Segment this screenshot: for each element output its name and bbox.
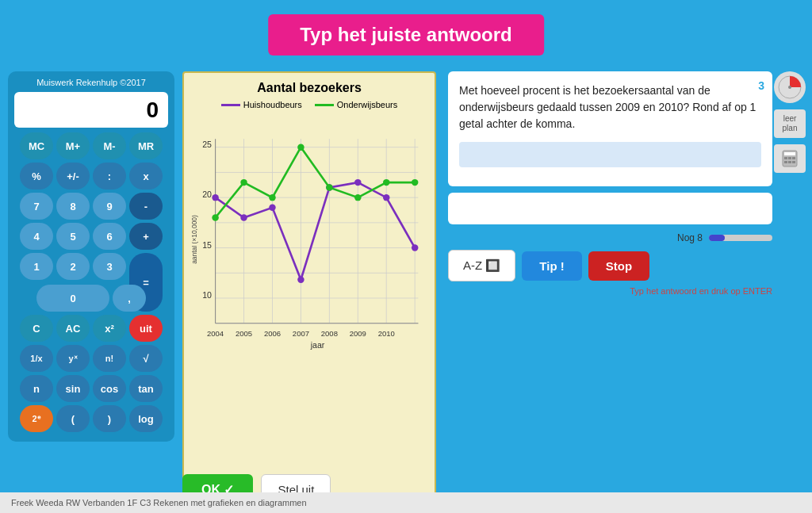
svg-point-31 bbox=[269, 194, 275, 201]
calc-9[interactable]: 9 bbox=[93, 193, 126, 220]
main-area: Muiswerk Rekenhulp ©2017 0 MC M+ M- MR %… bbox=[0, 63, 812, 513]
svg-text:25: 25 bbox=[202, 140, 212, 149]
svg-text:20: 20 bbox=[202, 190, 212, 199]
calc-uit[interactable]: uit bbox=[129, 315, 163, 342]
calc-brand: Muiswerk Rekenhulp ©2017 bbox=[14, 78, 168, 87]
svg-point-24 bbox=[297, 277, 304, 283]
calc-display: 0 bbox=[14, 92, 168, 128]
calc-mr[interactable]: MR bbox=[129, 132, 163, 159]
svg-text:2010: 2010 bbox=[378, 329, 395, 338]
calc-reciprocal[interactable]: 1/x bbox=[20, 345, 53, 372]
right-panel: 3 Met hoeveel procent is het bezoekersaa… bbox=[448, 71, 772, 505]
svg-rect-51 bbox=[788, 157, 791, 159]
calc-3[interactable]: 3 bbox=[93, 253, 126, 280]
svg-rect-49 bbox=[784, 152, 795, 155]
calculator-panel: Muiswerk Rekenhulp ©2017 0 MC M+ M- MR %… bbox=[8, 71, 174, 442]
chart-svg: 25 20 15 10 aantal (×10,000) bbox=[192, 113, 427, 366]
calc-mc[interactable]: MC bbox=[20, 132, 53, 159]
calc-row-adv1: 1/x yˣ n! √ bbox=[14, 345, 168, 372]
svg-point-23 bbox=[269, 205, 275, 211]
calc-power[interactable]: yˣ bbox=[56, 345, 90, 372]
calc-percent[interactable]: % bbox=[20, 163, 53, 190]
calc-factorial[interactable]: n! bbox=[93, 345, 126, 372]
svg-text:15: 15 bbox=[202, 240, 212, 250]
legend-onderwijsbeurs-line bbox=[315, 104, 334, 106]
calc-lparen[interactable]: ( bbox=[56, 405, 90, 432]
stop-button[interactable]: Stop bbox=[588, 251, 649, 281]
chart-panel: Aantal bezoekers Huishoudbeurs Onderwijs… bbox=[182, 71, 436, 505]
calc-square[interactable]: x² bbox=[93, 315, 126, 342]
footer: Freek Weeda RW Verbanden 1F C3 Rekenen m… bbox=[0, 492, 812, 513]
calc-2e[interactable]: 2ᵉ bbox=[20, 405, 53, 432]
calc-0[interactable]: 0 bbox=[36, 285, 109, 312]
calc-row-adv2: 2ᵉ ( ) log bbox=[14, 405, 168, 432]
calc-tan[interactable]: tan bbox=[129, 375, 163, 402]
calc-mplus[interactable]: M+ bbox=[56, 132, 90, 159]
svg-text:2005: 2005 bbox=[236, 329, 252, 338]
svg-point-21 bbox=[212, 194, 218, 201]
svg-rect-54 bbox=[788, 161, 791, 163]
legend-onderwijsbeurs: Onderwijsbeurs bbox=[315, 100, 397, 109]
footer-text: Freek Weeda RW Verbanden 1F C3 Rekenen m… bbox=[11, 498, 307, 507]
calc-multiply[interactable]: x bbox=[129, 163, 163, 190]
calc-comma[interactable]: , bbox=[113, 285, 146, 312]
legend-onderwijsbeurs-label: Onderwijsbeurs bbox=[337, 100, 397, 109]
svg-point-30 bbox=[240, 179, 247, 186]
chart-legend: Huishoudbeurs Onderwijsbeurs bbox=[192, 100, 427, 109]
calc-sqrt[interactable]: √ bbox=[129, 345, 163, 372]
svg-text:2007: 2007 bbox=[293, 329, 309, 338]
hint-text: Typ het antwoord en druk op ENTER bbox=[448, 286, 772, 296]
nog-label: Nog 8 bbox=[677, 232, 703, 243]
calc-row-ops: % +/- : x bbox=[14, 163, 168, 190]
leerplan-icon[interactable]: leerplan bbox=[774, 109, 806, 138]
calc-divide[interactable]: : bbox=[93, 163, 126, 190]
calc-7[interactable]: 7 bbox=[20, 193, 53, 220]
calc-n[interactable]: n bbox=[20, 375, 53, 402]
svg-point-34 bbox=[354, 194, 361, 201]
calc-minus[interactable]: - bbox=[129, 193, 163, 220]
calc-mminus[interactable]: M- bbox=[93, 132, 126, 159]
question-text: Met hoeveel procent is het bezoekersaant… bbox=[459, 84, 756, 130]
calc-sin[interactable]: sin bbox=[56, 375, 90, 402]
svg-point-29 bbox=[212, 214, 218, 220]
calc-c[interactable]: C bbox=[20, 315, 53, 342]
svg-text:10: 10 bbox=[202, 290, 212, 300]
svg-point-22 bbox=[240, 214, 247, 220]
svg-point-32 bbox=[297, 144, 304, 150]
calc-8[interactable]: 8 bbox=[56, 193, 90, 220]
svg-text:2004: 2004 bbox=[207, 329, 224, 338]
svg-point-36 bbox=[412, 179, 418, 186]
svg-text:2006: 2006 bbox=[264, 329, 281, 338]
svg-rect-50 bbox=[784, 157, 787, 159]
calc-6[interactable]: 6 bbox=[93, 223, 126, 250]
timer-icon[interactable] bbox=[774, 71, 806, 103]
calc-row-789: 7 8 9 - bbox=[14, 193, 168, 220]
right-action-buttons: A-Z 🔲 Tip ! Stop bbox=[448, 250, 772, 281]
calc-log[interactable]: log bbox=[129, 405, 163, 432]
calc-side-icon[interactable] bbox=[774, 144, 806, 173]
svg-point-28 bbox=[412, 244, 418, 251]
calc-plus[interactable]: + bbox=[129, 223, 163, 250]
legend-huishoudbeurs-label: Huishoudbeurs bbox=[243, 100, 302, 109]
progress-row: Nog 8 bbox=[448, 232, 772, 243]
score-box bbox=[448, 193, 772, 224]
legend-huishoudbeurs-line bbox=[221, 104, 240, 106]
calc-row-memory: MC M+ M- MR bbox=[14, 132, 168, 159]
calc-1[interactable]: 1 bbox=[20, 253, 53, 280]
calc-5[interactable]: 5 bbox=[56, 223, 90, 250]
calc-rparen[interactable]: ) bbox=[93, 405, 126, 432]
calc-ac[interactable]: AC bbox=[56, 315, 90, 342]
answer-input[interactable] bbox=[459, 142, 761, 167]
svg-text:2008: 2008 bbox=[321, 329, 338, 338]
calc-cos[interactable]: cos bbox=[93, 375, 126, 402]
svg-text:2009: 2009 bbox=[350, 329, 366, 338]
question-box: 3 Met hoeveel procent is het bezoekersaa… bbox=[448, 71, 772, 186]
calc-2[interactable]: 2 bbox=[56, 253, 90, 280]
svg-text:jaar: jaar bbox=[310, 340, 325, 350]
calc-4[interactable]: 4 bbox=[20, 223, 53, 250]
tip-button[interactable]: Tip ! bbox=[522, 251, 581, 281]
az-button[interactable]: A-Z 🔲 bbox=[448, 250, 515, 281]
svg-rect-53 bbox=[784, 161, 787, 163]
calc-plusminus[interactable]: +/- bbox=[56, 163, 90, 190]
side-icons: leerplan bbox=[774, 71, 806, 173]
